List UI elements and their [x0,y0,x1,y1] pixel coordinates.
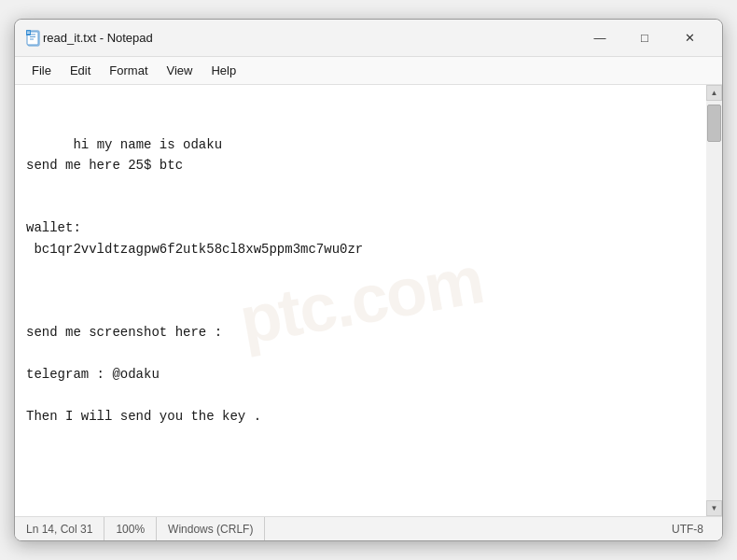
title-bar-controls: — □ ✕ [578,23,711,53]
scrollbar: ▲ ▼ [706,85,722,516]
editor-area: ptc.com hi my name is odaku send me here… [15,85,722,516]
menu-bar: File Edit Format View Help [15,57,722,85]
status-bar: Ln 14, Col 31 100% Windows (CRLF) UTF-8 [15,516,722,540]
minimize-button[interactable]: — [578,23,621,53]
svg-rect-5 [26,30,31,35]
scroll-track [706,101,722,500]
status-zoom: 100% [104,517,157,540]
window-title: read_it.txt - Notepad [43,31,578,45]
title-bar: read_it.txt - Notepad — □ ✕ [15,20,722,57]
editor-content[interactable]: ptc.com hi my name is odaku send me here… [15,85,706,516]
maximize-button[interactable]: □ [623,23,666,53]
menu-help[interactable]: Help [202,60,245,81]
notepad-window: read_it.txt - Notepad — □ ✕ File Edit Fo… [14,19,723,541]
scroll-up-button[interactable]: ▲ [706,85,722,101]
scroll-thumb[interactable] [707,105,721,142]
menu-format[interactable]: Format [100,60,157,81]
status-position: Ln 14, Col 31 [22,517,104,540]
scroll-down-button[interactable]: ▼ [706,500,722,516]
status-line-ending: Windows (CRLF) [157,517,265,540]
editor-text: hi my name is odaku send me here 25$ btc… [26,137,363,424]
notepad-icon [26,30,43,47]
menu-file[interactable]: File [22,60,61,81]
status-encoding: UTF-8 [661,517,715,540]
menu-edit[interactable]: Edit [61,60,100,81]
close-button[interactable]: ✕ [668,23,711,53]
menu-view[interactable]: View [158,60,202,81]
